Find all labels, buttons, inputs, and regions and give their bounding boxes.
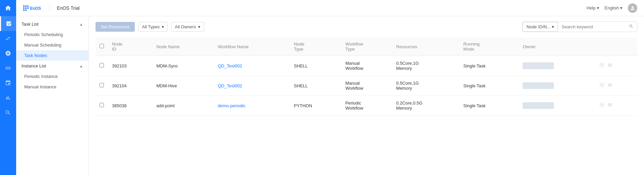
table-row: 392103 MDM-Sync QD_Test002 SHELL ManualW… bbox=[96, 56, 637, 76]
sidebar-icon-target[interactable] bbox=[0, 46, 16, 61]
sidebar-item-task-nodes[interactable]: Task Nodes bbox=[16, 50, 88, 61]
cell-row-actions bbox=[595, 56, 637, 76]
row-actions bbox=[599, 62, 633, 69]
cell-workflow-type: ManualWorkflow bbox=[341, 56, 392, 76]
logo-svg: EnOS bbox=[23, 4, 43, 12]
data-table: NodeID Node Name Workflow Name NodeType … bbox=[96, 37, 637, 116]
col-workflow-name: Workflow Name bbox=[214, 37, 290, 56]
select-all-checkbox[interactable] bbox=[100, 44, 104, 48]
workflow-name-link[interactable]: demo-periodic bbox=[218, 103, 245, 108]
row-checkbox-0[interactable] bbox=[100, 63, 104, 67]
svg-point-3 bbox=[23, 7, 25, 9]
cell-owner: hidden bbox=[519, 76, 595, 96]
col-resources: Resources bbox=[392, 37, 459, 56]
cell-row-actions bbox=[595, 76, 637, 96]
cell-workflow-name: demo-periodic bbox=[214, 96, 290, 116]
cell-running-mode: Single Task bbox=[459, 76, 519, 96]
all-owners-dropdown[interactable]: All Owners ▾ bbox=[171, 22, 204, 32]
owner-value: hidden bbox=[523, 62, 554, 69]
menu-icon[interactable] bbox=[607, 102, 613, 109]
sidebar-icon-chart[interactable] bbox=[0, 90, 16, 105]
user-avatar[interactable] bbox=[628, 3, 637, 13]
svg-point-10 bbox=[601, 64, 603, 66]
workflow-name-link[interactable]: QD_Test002 bbox=[218, 63, 242, 68]
workflow-name-link[interactable]: QD_Test002 bbox=[218, 83, 242, 88]
row-actions bbox=[599, 82, 633, 89]
svg-point-7 bbox=[25, 9, 27, 11]
row-actions bbox=[599, 102, 633, 109]
cell-resources: 0.5Core,1GMemory bbox=[392, 56, 459, 76]
app-title: EnOS Trial bbox=[57, 5, 80, 11]
row-checkbox-cell bbox=[96, 56, 108, 76]
sidebar-icon-nodes[interactable] bbox=[0, 76, 16, 90]
svg-point-14 bbox=[601, 104, 603, 106]
sidebar-task-list-header[interactable]: Task List ▲ bbox=[16, 19, 88, 29]
row-checkbox-2[interactable] bbox=[100, 103, 104, 107]
header-left: EnOS EnOS Trial bbox=[23, 4, 80, 12]
sidebar-instance-list-header[interactable]: Instance List ▲ bbox=[16, 61, 88, 71]
sidebar-icon-exchange[interactable] bbox=[0, 31, 16, 46]
row-checkbox-1[interactable] bbox=[100, 83, 104, 87]
header-bar: EnOS EnOS Trial Help ▾ English ▾ bbox=[16, 0, 644, 16]
col-actions bbox=[595, 37, 637, 56]
svg-point-5 bbox=[27, 7, 29, 9]
col-owner: Owner bbox=[519, 37, 595, 56]
settings-icon[interactable] bbox=[599, 102, 605, 109]
set-resources-button[interactable]: Set Resources bbox=[96, 22, 135, 32]
sidebar-icon-link[interactable] bbox=[0, 61, 16, 76]
svg-point-6 bbox=[23, 9, 25, 11]
row-checkbox-cell bbox=[96, 96, 108, 116]
home-icon-bar[interactable] bbox=[0, 0, 16, 16]
col-running-mode: RunningMode bbox=[459, 37, 519, 56]
cell-node-name: MDM-Sync bbox=[152, 56, 214, 76]
all-types-dropdown[interactable]: All Types ▾ bbox=[138, 22, 168, 32]
svg-point-0 bbox=[23, 5, 25, 7]
help-button[interactable]: Help ▾ bbox=[586, 5, 599, 10]
sidebar-item-manual-instance[interactable]: Manual Instance bbox=[16, 82, 88, 92]
settings-icon[interactable] bbox=[599, 62, 605, 69]
node-id-dropdown[interactable]: Node ID/N... ▾ bbox=[523, 22, 558, 32]
cell-node-type: SHELL bbox=[290, 56, 341, 76]
sidebar-icon-layers[interactable] bbox=[0, 16, 16, 31]
cell-node-id: 385038 bbox=[108, 96, 152, 116]
owner-value: hidden bbox=[523, 82, 554, 89]
sidebar-item-manual-scheduling[interactable]: Manual Scheduling bbox=[16, 40, 88, 50]
header-actions: Help ▾ English ▾ bbox=[586, 3, 637, 13]
toolbar-right: Node ID/N... ▾ bbox=[522, 22, 637, 32]
sidebar-item-periodic-scheduling[interactable]: Periodic Scheduling bbox=[16, 29, 88, 40]
cell-running-mode: Single Task bbox=[459, 56, 519, 76]
table-body: 392103 MDM-Sync QD_Test002 SHELL ManualW… bbox=[96, 56, 637, 116]
cell-workflow-name: QD_Test002 bbox=[214, 56, 290, 76]
cell-resources: 0.2Core,0.5GMemory bbox=[392, 96, 459, 116]
cell-node-id: 392104 bbox=[108, 76, 152, 96]
table-row: 392104 MDM-Hive QD_Test002 SHELL ManualW… bbox=[96, 76, 637, 96]
search-button[interactable] bbox=[626, 22, 637, 32]
cell-node-name: add-point bbox=[152, 96, 214, 116]
sidebar: Task List ▲ Periodic Scheduling Manual S… bbox=[16, 16, 89, 175]
main-content: Set Resources All Types ▾ All Owners ▾ N… bbox=[89, 16, 644, 175]
col-node-type: NodeType bbox=[290, 37, 341, 56]
sidebar-item-periodic-instance[interactable]: Periodic Instance bbox=[16, 71, 88, 82]
settings-icon[interactable] bbox=[599, 82, 605, 89]
svg-point-2 bbox=[27, 5, 29, 7]
cell-workflow-name: QD_Test002 bbox=[214, 76, 290, 96]
cell-node-type: PYTHON bbox=[290, 96, 341, 116]
node-id-chevron-icon: ▾ bbox=[552, 24, 554, 29]
icon-bar bbox=[0, 0, 16, 175]
cell-resources: 0.5Core,1GMemory bbox=[392, 76, 459, 96]
cell-node-id: 392103 bbox=[108, 56, 152, 76]
header-checkbox-cell bbox=[96, 37, 108, 56]
search-input[interactable] bbox=[558, 22, 626, 31]
cell-workflow-type: PeriodicWorkflow bbox=[341, 96, 392, 116]
owner-value: hidden bbox=[523, 102, 554, 109]
svg-point-4 bbox=[25, 7, 27, 9]
row-checkbox-cell bbox=[96, 76, 108, 96]
toolbar: Set Resources All Types ▾ All Owners ▾ N… bbox=[96, 22, 637, 32]
menu-icon[interactable] bbox=[607, 82, 613, 89]
body-area: Task List ▲ Periodic Scheduling Manual S… bbox=[16, 16, 644, 175]
language-button[interactable]: English ▾ bbox=[605, 5, 622, 10]
sidebar-icon-search-circle[interactable] bbox=[0, 105, 16, 120]
header-divider bbox=[50, 4, 50, 12]
menu-icon[interactable] bbox=[607, 62, 613, 69]
cell-node-name: MDM-Hive bbox=[152, 76, 214, 96]
